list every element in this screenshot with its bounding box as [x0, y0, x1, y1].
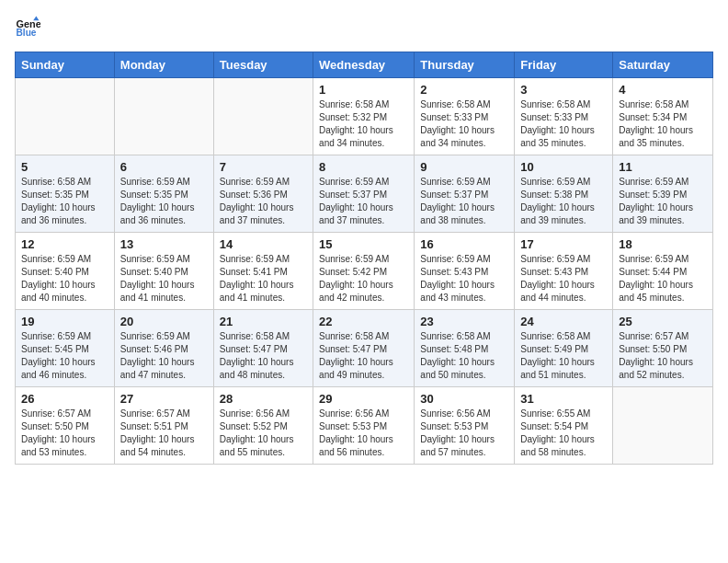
day-cell: 31 Sunrise: 6:55 AM Sunset: 5:54 PM Dayl… [515, 387, 613, 465]
sunset-text: Sunset: 5:51 PM [120, 421, 188, 431]
day-cell [213, 78, 313, 155]
sunset-text: Sunset: 5:34 PM [619, 112, 687, 122]
sunrise-text: Sunrise: 6:59 AM [619, 254, 688, 264]
day-info: Sunrise: 6:56 AM Sunset: 5:53 PM Dayligh… [420, 408, 508, 459]
day-number: 30 [420, 392, 508, 406]
daylight-text: Daylight: 10 hours and 47 minutes. [120, 357, 195, 380]
day-info: Sunrise: 6:59 AM Sunset: 5:37 PM Dayligh… [319, 176, 408, 227]
day-cell: 1 Sunrise: 6:58 AM Sunset: 5:32 PM Dayli… [313, 78, 415, 155]
sunrise-text: Sunrise: 6:59 AM [120, 177, 190, 187]
day-cell: 28 Sunrise: 6:56 AM Sunset: 5:52 PM Dayl… [213, 387, 313, 465]
sunset-text: Sunset: 5:35 PM [120, 190, 188, 200]
day-number: 18 [619, 237, 707, 251]
daylight-text: Daylight: 10 hours and 53 minutes. [21, 434, 96, 457]
sunset-text: Sunset: 5:43 PM [420, 267, 488, 277]
day-number: 12 [21, 237, 108, 251]
day-cell: 17 Sunrise: 6:59 AM Sunset: 5:43 PM Dayl… [515, 233, 613, 310]
sunset-text: Sunset: 5:53 PM [420, 421, 488, 431]
day-number: 26 [21, 392, 108, 406]
sunset-text: Sunset: 5:54 PM [520, 421, 588, 431]
sunset-text: Sunset: 5:35 PM [21, 190, 89, 200]
daylight-text: Daylight: 10 hours and 34 minutes. [420, 125, 495, 148]
day-number: 22 [319, 315, 408, 328]
day-cell: 8 Sunrise: 6:59 AM Sunset: 5:37 PM Dayli… [313, 155, 415, 233]
day-cell: 29 Sunrise: 6:56 AM Sunset: 5:53 PM Dayl… [313, 387, 415, 465]
day-info: Sunrise: 6:59 AM Sunset: 5:42 PM Dayligh… [319, 253, 408, 304]
day-number: 23 [420, 315, 508, 328]
day-cell: 13 Sunrise: 6:59 AM Sunset: 5:40 PM Dayl… [114, 233, 213, 310]
sunset-text: Sunset: 5:49 PM [520, 344, 588, 354]
day-info: Sunrise: 6:59 AM Sunset: 5:37 PM Dayligh… [420, 176, 508, 227]
week-row-3: 12 Sunrise: 6:59 AM Sunset: 5:40 PM Dayl… [16, 233, 713, 310]
day-cell: 22 Sunrise: 6:58 AM Sunset: 5:47 PM Dayl… [313, 310, 415, 387]
daylight-text: Daylight: 10 hours and 48 minutes. [220, 357, 294, 380]
daylight-text: Daylight: 10 hours and 56 minutes. [319, 434, 393, 457]
day-info: Sunrise: 6:59 AM Sunset: 5:44 PM Dayligh… [619, 253, 707, 304]
week-row-2: 5 Sunrise: 6:58 AM Sunset: 5:35 PM Dayli… [16, 155, 713, 233]
week-row-5: 26 Sunrise: 6:57 AM Sunset: 5:50 PM Dayl… [16, 387, 713, 465]
sunrise-text: Sunrise: 6:59 AM [21, 254, 91, 264]
daylight-text: Daylight: 10 hours and 44 minutes. [520, 280, 595, 303]
day-number: 25 [619, 315, 707, 328]
sunset-text: Sunset: 5:50 PM [21, 421, 89, 431]
sunrise-text: Sunrise: 6:59 AM [120, 254, 190, 264]
day-cell: 25 Sunrise: 6:57 AM Sunset: 5:50 PM Dayl… [613, 310, 713, 387]
daylight-text: Daylight: 10 hours and 57 minutes. [420, 434, 495, 457]
day-cell: 18 Sunrise: 6:59 AM Sunset: 5:44 PM Dayl… [613, 233, 713, 310]
day-cell: 24 Sunrise: 6:58 AM Sunset: 5:49 PM Dayl… [515, 310, 613, 387]
day-info: Sunrise: 6:59 AM Sunset: 5:46 PM Dayligh… [120, 330, 208, 382]
sunrise-text: Sunrise: 6:59 AM [319, 177, 389, 187]
daylight-text: Daylight: 10 hours and 38 minutes. [420, 202, 495, 225]
day-number: 5 [21, 160, 108, 174]
day-cell [114, 78, 213, 155]
day-info: Sunrise: 6:59 AM Sunset: 5:40 PM Dayligh… [120, 253, 208, 304]
week-row-1: 1 Sunrise: 6:58 AM Sunset: 5:32 PM Dayli… [16, 78, 713, 155]
day-number: 11 [619, 160, 707, 174]
day-cell: 9 Sunrise: 6:59 AM Sunset: 5:37 PM Dayli… [415, 155, 515, 233]
day-info: Sunrise: 6:58 AM Sunset: 5:34 PM Dayligh… [619, 98, 707, 150]
day-info: Sunrise: 6:59 AM Sunset: 5:40 PM Dayligh… [21, 253, 108, 304]
day-info: Sunrise: 6:59 AM Sunset: 5:45 PM Dayligh… [21, 330, 108, 382]
sunrise-text: Sunrise: 6:56 AM [220, 408, 290, 419]
weekday-header-saturday: Saturday [613, 52, 713, 78]
sunrise-text: Sunrise: 6:59 AM [120, 331, 190, 341]
sunrise-text: Sunrise: 6:55 AM [520, 408, 590, 419]
weekday-header-thursday: Thursday [415, 52, 515, 78]
day-number: 3 [520, 83, 607, 97]
day-info: Sunrise: 6:58 AM Sunset: 5:47 PM Dayligh… [319, 330, 408, 382]
sunrise-text: Sunrise: 6:58 AM [319, 99, 389, 109]
sunset-text: Sunset: 5:52 PM [220, 421, 288, 431]
day-cell [16, 78, 115, 155]
daylight-text: Daylight: 10 hours and 36 minutes. [120, 202, 195, 225]
sunrise-text: Sunrise: 6:56 AM [420, 408, 490, 419]
sunrise-text: Sunrise: 6:59 AM [619, 177, 688, 187]
day-info: Sunrise: 6:59 AM Sunset: 5:41 PM Dayligh… [220, 253, 307, 304]
day-number: 17 [520, 237, 607, 251]
day-info: Sunrise: 6:57 AM Sunset: 5:51 PM Dayligh… [120, 408, 208, 459]
weekday-header-sunday: Sunday [16, 52, 115, 78]
sunrise-text: Sunrise: 6:57 AM [120, 408, 190, 419]
day-number: 19 [21, 315, 108, 328]
day-info: Sunrise: 6:57 AM Sunset: 5:50 PM Dayligh… [21, 408, 108, 459]
day-number: 27 [120, 392, 208, 406]
sunrise-text: Sunrise: 6:58 AM [619, 99, 688, 109]
sunset-text: Sunset: 5:46 PM [120, 344, 188, 354]
daylight-text: Daylight: 10 hours and 50 minutes. [420, 357, 495, 380]
day-info: Sunrise: 6:58 AM Sunset: 5:49 PM Dayligh… [520, 330, 607, 382]
sunset-text: Sunset: 5:37 PM [420, 190, 488, 200]
day-cell: 12 Sunrise: 6:59 AM Sunset: 5:40 PM Dayl… [16, 233, 115, 310]
daylight-text: Daylight: 10 hours and 41 minutes. [220, 280, 294, 303]
sunrise-text: Sunrise: 6:57 AM [21, 408, 91, 419]
day-info: Sunrise: 6:57 AM Sunset: 5:50 PM Dayligh… [619, 330, 707, 382]
day-cell: 4 Sunrise: 6:58 AM Sunset: 5:34 PM Dayli… [613, 78, 713, 155]
day-cell [613, 387, 713, 465]
sunrise-text: Sunrise: 6:59 AM [21, 331, 91, 341]
daylight-text: Daylight: 10 hours and 39 minutes. [520, 202, 595, 225]
daylight-text: Daylight: 10 hours and 36 minutes. [21, 202, 96, 225]
sunrise-text: Sunrise: 6:58 AM [520, 99, 590, 109]
daylight-text: Daylight: 10 hours and 40 minutes. [21, 280, 96, 303]
daylight-text: Daylight: 10 hours and 49 minutes. [319, 357, 393, 380]
sunset-text: Sunset: 5:39 PM [619, 190, 687, 200]
day-cell: 2 Sunrise: 6:58 AM Sunset: 5:33 PM Dayli… [415, 78, 515, 155]
day-info: Sunrise: 6:59 AM Sunset: 5:35 PM Dayligh… [120, 176, 208, 227]
